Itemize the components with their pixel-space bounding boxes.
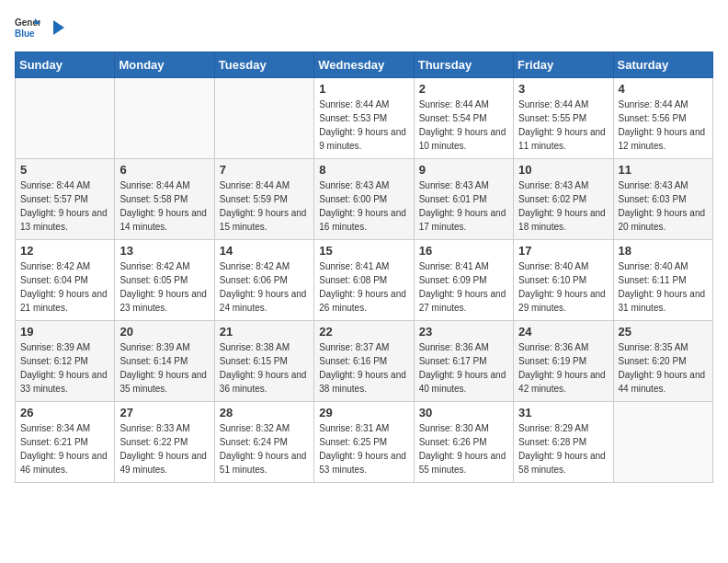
calendar-cell: 31Sunrise: 8:29 AMSunset: 6:28 PMDayligh… [514, 402, 613, 483]
day-info: Sunrise: 8:44 AMSunset: 5:57 PMDaylight:… [20, 178, 109, 234]
calendar-cell: 15Sunrise: 8:41 AMSunset: 6:08 PMDayligh… [314, 240, 414, 321]
day-info: Sunrise: 8:43 AMSunset: 6:02 PMDaylight:… [518, 178, 608, 234]
logo-icon: General Blue [15, 15, 40, 40]
header-day-monday: Monday [115, 52, 214, 78]
day-info: Sunrise: 8:42 AMSunset: 6:06 PMDaylight:… [220, 259, 309, 315]
day-number: 26 [20, 406, 109, 419]
calendar-cell: 3Sunrise: 8:44 AMSunset: 5:55 PMDaylight… [514, 78, 613, 159]
day-number: 27 [119, 406, 209, 419]
calendar-table: SundayMondayTuesdayWednesdayThursdayFrid… [15, 52, 713, 483]
calendar-cell: 18Sunrise: 8:40 AMSunset: 6:11 PMDayligh… [613, 240, 712, 321]
day-number: 8 [319, 163, 408, 177]
day-number: 5 [20, 163, 109, 177]
day-number: 9 [419, 163, 508, 177]
calendar-cell: 11Sunrise: 8:43 AMSunset: 6:03 PMDayligh… [613, 159, 712, 240]
day-number: 11 [619, 163, 708, 177]
day-info: Sunrise: 8:43 AMSunset: 6:03 PMDaylight:… [619, 178, 708, 234]
day-number: 15 [319, 244, 408, 258]
calendar-cell: 24Sunrise: 8:36 AMSunset: 6:19 PMDayligh… [514, 321, 613, 402]
week-row-3: 12Sunrise: 8:42 AMSunset: 6:04 PMDayligh… [16, 240, 713, 321]
calendar-cell: 1Sunrise: 8:44 AMSunset: 5:53 PMDaylight… [314, 78, 414, 159]
calendar-cell: 20Sunrise: 8:39 AMSunset: 6:14 PMDayligh… [115, 321, 214, 402]
calendar-cell: 10Sunrise: 8:43 AMSunset: 6:02 PMDayligh… [514, 159, 613, 240]
day-info: Sunrise: 8:34 AMSunset: 6:21 PMDaylight:… [20, 421, 109, 477]
day-number: 21 [220, 325, 309, 339]
day-info: Sunrise: 8:39 AMSunset: 6:12 PMDaylight:… [20, 340, 109, 396]
day-number: 10 [518, 163, 608, 177]
day-info: Sunrise: 8:37 AMSunset: 6:16 PMDaylight:… [319, 340, 408, 396]
calendar-cell: 21Sunrise: 8:38 AMSunset: 6:15 PMDayligh… [214, 321, 313, 402]
day-number: 16 [419, 244, 508, 258]
day-info: Sunrise: 8:43 AMSunset: 6:01 PMDaylight:… [419, 178, 508, 234]
day-info: Sunrise: 8:38 AMSunset: 6:15 PMDaylight:… [220, 340, 309, 396]
day-info: Sunrise: 8:42 AMSunset: 6:04 PMDaylight:… [20, 259, 109, 315]
day-number: 19 [20, 325, 109, 339]
day-number: 17 [518, 244, 608, 258]
calendar-cell: 14Sunrise: 8:42 AMSunset: 6:06 PMDayligh… [214, 240, 313, 321]
day-number: 2 [419, 82, 508, 96]
calendar-cell: 5Sunrise: 8:44 AMSunset: 5:57 PMDaylight… [16, 159, 115, 240]
day-number: 22 [319, 325, 408, 339]
day-info: Sunrise: 8:44 AMSunset: 5:53 PMDaylight:… [319, 98, 408, 153]
day-number: 7 [220, 163, 309, 177]
calendar-cell: 4Sunrise: 8:44 AMSunset: 5:56 PMDaylight… [613, 78, 712, 159]
calendar-cell: 16Sunrise: 8:41 AMSunset: 6:09 PMDayligh… [414, 240, 513, 321]
day-info: Sunrise: 8:41 AMSunset: 6:08 PMDaylight:… [319, 259, 408, 315]
day-info: Sunrise: 8:29 AMSunset: 6:28 PMDaylight:… [518, 421, 608, 477]
header: General Blue [15, 15, 713, 40]
day-number: 25 [619, 325, 708, 339]
day-info: Sunrise: 8:30 AMSunset: 6:26 PMDaylight:… [419, 421, 508, 477]
day-info: Sunrise: 8:31 AMSunset: 6:25 PMDaylight:… [319, 421, 408, 477]
calendar-cell: 13Sunrise: 8:42 AMSunset: 6:05 PMDayligh… [115, 240, 214, 321]
week-row-5: 26Sunrise: 8:34 AMSunset: 6:21 PMDayligh… [16, 402, 713, 483]
day-number: 20 [119, 325, 209, 339]
day-number: 14 [220, 244, 309, 258]
day-info: Sunrise: 8:40 AMSunset: 6:10 PMDaylight:… [518, 259, 608, 315]
header-day-tuesday: Tuesday [214, 52, 313, 78]
calendar-cell: 7Sunrise: 8:44 AMSunset: 5:59 PMDaylight… [214, 159, 313, 240]
day-number: 1 [319, 82, 408, 96]
calendar-cell: 2Sunrise: 8:44 AMSunset: 5:54 PMDaylight… [414, 78, 513, 159]
calendar-cell: 23Sunrise: 8:36 AMSunset: 6:17 PMDayligh… [414, 321, 513, 402]
day-info: Sunrise: 8:40 AMSunset: 6:11 PMDaylight:… [619, 259, 708, 315]
day-number: 6 [119, 163, 209, 177]
header-day-thursday: Thursday [414, 52, 513, 78]
calendar-cell: 8Sunrise: 8:43 AMSunset: 6:00 PMDaylight… [314, 159, 414, 240]
day-info: Sunrise: 8:44 AMSunset: 5:59 PMDaylight:… [220, 178, 309, 234]
calendar-cell: 22Sunrise: 8:37 AMSunset: 6:16 PMDayligh… [314, 321, 414, 402]
calendar-cell: 19Sunrise: 8:39 AMSunset: 6:12 PMDayligh… [16, 321, 115, 402]
svg-marker-3 [53, 20, 64, 35]
day-info: Sunrise: 8:44 AMSunset: 5:54 PMDaylight:… [419, 98, 508, 153]
day-info: Sunrise: 8:41 AMSunset: 6:09 PMDaylight:… [419, 259, 508, 315]
day-info: Sunrise: 8:44 AMSunset: 5:58 PMDaylight:… [119, 178, 209, 234]
day-number: 31 [518, 406, 608, 419]
day-info: Sunrise: 8:35 AMSunset: 6:20 PMDaylight:… [619, 340, 708, 396]
calendar-cell: 25Sunrise: 8:35 AMSunset: 6:20 PMDayligh… [613, 321, 712, 402]
header-day-friday: Friday [514, 52, 613, 78]
day-number: 23 [419, 325, 508, 339]
calendar-cell: 27Sunrise: 8:33 AMSunset: 6:22 PMDayligh… [115, 402, 214, 483]
calendar-cell: 28Sunrise: 8:32 AMSunset: 6:24 PMDayligh… [214, 402, 313, 483]
day-info: Sunrise: 8:44 AMSunset: 5:56 PMDaylight:… [619, 98, 708, 153]
calendar-cell: 17Sunrise: 8:40 AMSunset: 6:10 PMDayligh… [514, 240, 613, 321]
header-day-saturday: Saturday [613, 52, 712, 78]
calendar-cell: 30Sunrise: 8:30 AMSunset: 6:26 PMDayligh… [414, 402, 513, 483]
calendar-cell [16, 78, 115, 159]
week-row-2: 5Sunrise: 8:44 AMSunset: 5:57 PMDaylight… [16, 159, 713, 240]
header-day-sunday: Sunday [16, 52, 115, 78]
calendar-cell: 29Sunrise: 8:31 AMSunset: 6:25 PMDayligh… [314, 402, 414, 483]
calendar-cell: 12Sunrise: 8:42 AMSunset: 6:04 PMDayligh… [16, 240, 115, 321]
calendar-cell: 26Sunrise: 8:34 AMSunset: 6:21 PMDayligh… [16, 402, 115, 483]
calendar-cell [214, 78, 313, 159]
day-info: Sunrise: 8:36 AMSunset: 6:19 PMDaylight:… [518, 340, 608, 396]
header-day-wednesday: Wednesday [314, 52, 414, 78]
header-row: SundayMondayTuesdayWednesdayThursdayFrid… [16, 52, 713, 78]
day-number: 12 [20, 244, 109, 258]
day-number: 3 [518, 82, 608, 96]
calendar-cell [613, 402, 712, 483]
logo-arrow-icon [48, 18, 66, 37]
week-row-1: 1Sunrise: 8:44 AMSunset: 5:53 PMDaylight… [16, 78, 713, 159]
calendar-cell: 6Sunrise: 8:44 AMSunset: 5:58 PMDaylight… [115, 159, 214, 240]
day-number: 13 [119, 244, 209, 258]
calendar-body: 1Sunrise: 8:44 AMSunset: 5:53 PMDaylight… [16, 78, 713, 483]
